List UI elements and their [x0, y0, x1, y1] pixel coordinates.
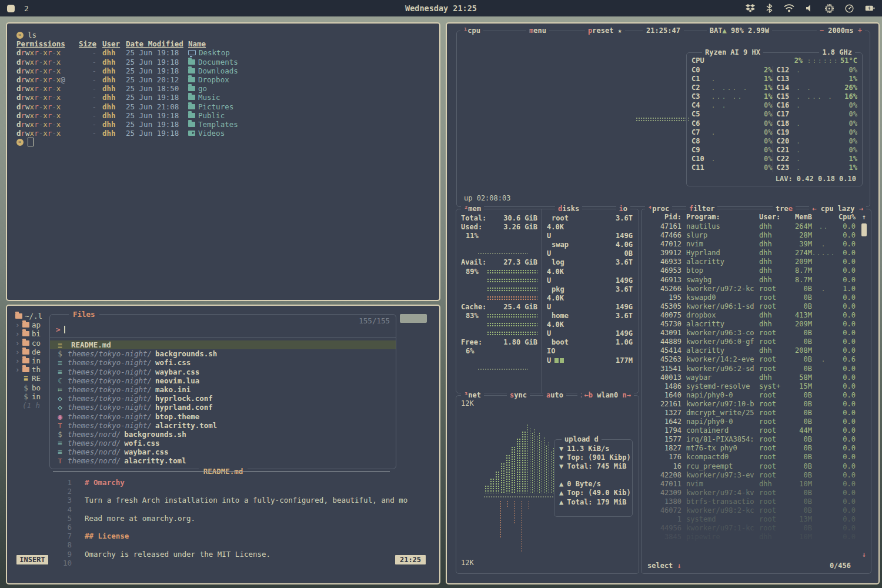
volume-icon[interactable] [806, 4, 814, 12]
process-row[interactable]: 47161nautilusdhh264M..0.0 [646, 222, 856, 231]
editor-window[interactable]: ~/.l›ap›bi›co›de›in›th≣RE$bo$in(1 h File… [6, 305, 440, 584]
picker-item[interactable]: ◇themes/tokyo-night/hyprland.conf [50, 403, 396, 412]
process-row[interactable]: 195kswapd0root0B0.0 [646, 293, 856, 302]
core-row: C4. .0% [691, 101, 773, 110]
mem-box-title[interactable]: ²mem [461, 205, 484, 213]
process-row[interactable]: 40013waybardhh58M0.0 [646, 373, 856, 382]
wifi-icon[interactable] [784, 4, 794, 12]
select-label[interactable]: select ↓ [647, 562, 681, 570]
process-row[interactable]: 44956kworker/u97:1-kcroot0B0.0 [646, 524, 856, 533]
process-row[interactable]: 46953btopdhh8.7M0.0 [646, 266, 856, 275]
process-row[interactable]: 43091kworker/u96:3-coroot0B0.0 [646, 329, 856, 338]
picker-item[interactable]: ≔themes/tokyo-night/mako.ini [50, 385, 396, 394]
process-row[interactable]: 45305kworker/u96:1-sdroot0B0.0 [646, 302, 856, 311]
proc-tree-button[interactable]: tree [773, 205, 796, 213]
process-row[interactable]: 1systemdroot13M0.0 [646, 515, 856, 524]
process-row[interactable]: 22161kworker/u97:10-broot0B0.0 [646, 400, 856, 409]
picker-item[interactable]: $themes/nord/backgrounds.sh [50, 430, 396, 439]
process-row[interactable]: 1577irq/81-PIXA3854:root0B0.0 [646, 435, 856, 444]
proc-header-row[interactable]: Pid: Program: User: MemB Cpu% [646, 213, 856, 222]
process-row[interactable]: 47011nvimdhh10M0.0 [646, 480, 856, 489]
picker-item[interactable]: ≡themes/tokyo-night/wofi.css [50, 358, 396, 367]
process-row[interactable]: 47012nvimdhh39M.0.0 [646, 240, 856, 249]
process-row[interactable]: 42208kworker/u97:3-evroot0B0.0 [646, 471, 856, 480]
scroll-down-icon[interactable]: ↓ [862, 550, 866, 559]
picker-item[interactable]: ≡themes/nord/wofi.css [50, 439, 396, 447]
tree-item[interactable]: ›th [15, 365, 53, 374]
process-row[interactable]: 1794containerdroot44M0.0 [646, 426, 856, 435]
terminal-cursor[interactable] [28, 138, 34, 146]
process-row[interactable]: 1486systemd-resolvesyst+15M0.0 [646, 382, 856, 391]
process-row[interactable]: 45414alacrittydhh208M0.0 [646, 346, 856, 355]
process-row[interactable]: 1640napi/phy0-0root0B0.0 [646, 391, 856, 400]
tree-root[interactable]: ~/.l [15, 312, 53, 320]
terminal-window[interactable]: ls PermissionsSizeUserDate ModifiedName … [6, 22, 440, 301]
picker-item[interactable]: ≡themes/nord/waybar.css [50, 447, 396, 456]
process-row[interactable]: 1327dmcrypt_write/25root0B0.0 [646, 409, 856, 417]
picker-item[interactable]: ◉themes/tokyo-night/btop.theme [50, 412, 396, 421]
btop-window[interactable]: ¹cpu menu preset ★ 21:25:47 BAT▲ 98% 2.9… [446, 22, 880, 584]
tree-item[interactable]: ›in [15, 356, 53, 365]
picker-item[interactable]: ◇themes/tokyo-night/hyprlock.conf [50, 394, 396, 403]
proc-scrollbar[interactable] [861, 223, 867, 236]
dropbox-icon[interactable] [746, 4, 755, 12]
picker-item[interactable]: ☾themes/tokyo-night/neovim.lua [50, 376, 396, 385]
net-sync-button[interactable]: sync [507, 391, 530, 400]
process-row[interactable]: 45263kworker/14:2-everoot0B.0.6 [646, 355, 856, 364]
proc-box-title[interactable]: ⁴proc [645, 205, 672, 213]
process-row[interactable]: 16rcu_preemptroot0B0.0 [646, 462, 856, 471]
disks-title[interactable]: disks [555, 205, 582, 213]
picker-item[interactable]: $themes/tokyo-night/backgrounds.sh [50, 349, 396, 358]
process-row[interactable]: 47466slurpdhh28M0.0 [646, 231, 856, 240]
picker-item[interactable]: ≡themes/tokyo-night/waybar.css [50, 368, 396, 376]
picker-item[interactable]: ≣README.md [50, 340, 396, 349]
proc-filter-button[interactable]: filter [686, 205, 717, 213]
mem-meter [487, 322, 537, 328]
tree-item[interactable]: ›bi [15, 329, 53, 338]
io-title[interactable]: io [616, 205, 630, 213]
process-row[interactable]: 45730alacrittydhh209M0.0 [646, 320, 856, 329]
gauge-icon[interactable] [845, 4, 854, 13]
tree-item[interactable]: (1 h [15, 401, 53, 410]
core-row: C3... ..1% [691, 92, 773, 101]
tree-item[interactable]: ›ap [15, 320, 53, 329]
process-row[interactable]: 46913swaybgdhh8.7M0.0 [646, 276, 856, 285]
downloads-folder-icon [188, 68, 195, 74]
tree-item[interactable]: ›co [15, 339, 53, 348]
process-row[interactable]: 176kcompactd0root0B0.0 [646, 453, 856, 462]
net-down-column [546, 445, 547, 493]
process-row[interactable]: 1827mt76-tx phy0root0B0.0 [646, 444, 856, 453]
process-row[interactable]: 42309kworker/u97:4-kvroot0B0.0 [646, 489, 856, 497]
tree-item[interactable]: ›de [15, 348, 53, 356]
core-row: C170% [777, 110, 858, 119]
battery-charging-icon[interactable] [865, 4, 875, 12]
chip-icon[interactable] [825, 4, 834, 13]
bluetooth-icon[interactable] [766, 4, 773, 13]
folder-icon [22, 358, 29, 363]
net-box-title[interactable]: ³net [461, 391, 484, 400]
process-row[interactable]: 31541kworker/u96:2-sdroot0B0.0 [646, 365, 856, 373]
picker-item[interactable]: ⊤themes/tokyo-night/alacritty.toml [50, 421, 396, 430]
process-row[interactable]: 3845pipewiredhh10M0.0 [646, 533, 856, 542]
process-row[interactable]: 1642napi/phy0-0root0B0.0 [646, 417, 856, 426]
picker-prompt[interactable]: > [56, 325, 65, 334]
sort-direction-icon[interactable]: ↑ [862, 213, 866, 222]
net-interface-switcher[interactable]: ←b wlan0 n→ [582, 391, 634, 400]
process-row[interactable]: 1380btrfs-transactioroot0B0.0 [646, 497, 856, 506]
tree-item[interactable]: ≣RE [15, 374, 53, 383]
tree-item[interactable]: $bo [15, 383, 53, 392]
prompt-gt: > [56, 325, 61, 334]
process-row[interactable]: 40075dropboxdhh413M0.0 [646, 311, 856, 320]
tree-item[interactable]: $in [15, 392, 53, 401]
process-row[interactable]: 46933alacrittydhh209M0.0 [646, 258, 856, 266]
process-row[interactable]: 44889kworker/u96:0-gfroot0B0.0 [646, 338, 856, 346]
ls-header-row: PermissionsSizeUserDate ModifiedName [16, 39, 433, 48]
proc-sort-switcher[interactable]: ← cpu lazy → [809, 205, 866, 213]
process-row[interactable]: 39912Hyprlanddhh274M.....0.0 [646, 249, 856, 258]
process-row[interactable]: 45266kworker/u97:2-kcroot0B.1.0 [646, 285, 856, 293]
net-auto-button[interactable]: auto [543, 391, 566, 400]
editor-scroll-indicator[interactable] [400, 314, 427, 323]
picker-item[interactable]: ⊤themes/nord/alacritty.toml [50, 456, 396, 465]
update-interval-control[interactable]: − 2000ms + [817, 26, 865, 35]
process-row[interactable]: 46072kworker/u98:2-kcroot0B0.0 [646, 506, 856, 515]
